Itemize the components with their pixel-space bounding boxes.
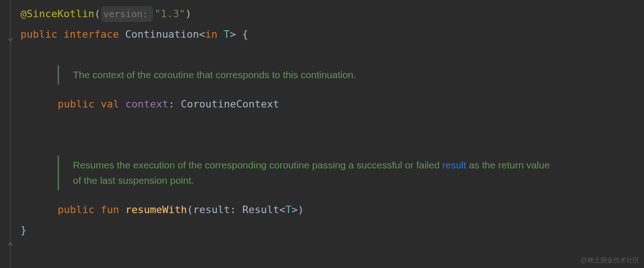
watermark: @稀土掘金技术社区 <box>581 255 639 265</box>
angle-close: > <box>230 26 236 42</box>
blank-line <box>18 114 644 135</box>
keyword-public: public <box>58 96 94 112</box>
keyword-val: val <box>101 96 119 112</box>
function-name: resumeWith <box>125 201 187 218</box>
code-line: public val context: CoroutineContext <box>18 94 644 114</box>
angle-close: > <box>291 201 297 218</box>
keyword-in: in <box>205 26 217 42</box>
keyword-public: public <box>20 26 57 42</box>
code-line: public fun resumeWith(result: Result<T>) <box>18 200 644 220</box>
type-name: Continuation <box>125 26 199 42</box>
brace-close: } <box>20 222 26 238</box>
type-arg: T <box>285 201 291 218</box>
colon: : <box>230 201 243 218</box>
doc-text-pre: Resumes the execution of the correspondi… <box>73 160 442 170</box>
fold-marker-open[interactable] <box>6 35 14 44</box>
brace-open: { <box>242 26 248 42</box>
keyword-public: public <box>58 201 94 218</box>
blank-line <box>18 45 644 65</box>
blank-line <box>18 190 644 200</box>
colon: : <box>168 96 181 112</box>
angle-open: < <box>199 26 205 42</box>
code-area[interactable]: @SinceKotlin(version:"1.3") public inter… <box>18 0 644 241</box>
doc-text: Resumes the execution of the correspondi… <box>73 155 559 190</box>
keyword-fun: fun <box>101 201 119 218</box>
param-hint: version: <box>101 6 152 22</box>
doc-block: Resumes the execution of the correspondi… <box>58 155 559 190</box>
paren-open: ( <box>94 6 100 22</box>
gutter <box>0 0 18 268</box>
blank-line <box>18 135 644 155</box>
fold-marker-close[interactable] <box>6 240 14 248</box>
paren-open: ( <box>187 201 193 218</box>
code-line: @SinceKotlin(version:"1.3") <box>18 4 644 24</box>
paren-close: ) <box>185 6 191 22</box>
param-name: result <box>193 201 230 218</box>
keyword-interface: interface <box>64 26 119 42</box>
angle-open: < <box>279 201 285 218</box>
annotation: @SinceKotlin <box>20 6 94 22</box>
code-line: } <box>18 220 644 241</box>
doc-block: The context of the coroutine that corres… <box>58 65 559 85</box>
blank-line <box>18 85 644 94</box>
property-name: context <box>125 96 169 112</box>
code-line: public interface Continuation<in T> { <box>18 24 644 45</box>
doc-text: The context of the coroutine that corres… <box>73 65 559 85</box>
type-ref: CoroutineContext <box>181 96 279 112</box>
type-param: T <box>223 26 230 42</box>
doc-link: result <box>442 160 466 170</box>
param-type: Result <box>242 201 279 218</box>
string-literal: "1.3" <box>155 6 185 22</box>
paren-close: ) <box>298 201 304 218</box>
